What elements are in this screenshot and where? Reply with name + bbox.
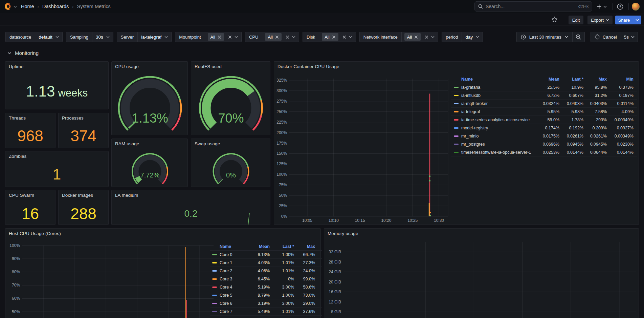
grafana-logo-icon[interactable] <box>4 3 12 10</box>
legend-col-name[interactable]: Name <box>210 244 243 249</box>
export-button[interactable]: Export <box>587 16 613 24</box>
legend-series-name[interactable]: ia-telegraf <box>451 109 534 114</box>
legend-col-max[interactable]: Max <box>583 77 607 82</box>
logo-chevron-icon[interactable] <box>14 6 17 8</box>
search-input[interactable]: Search... ctrl+k <box>474 1 592 12</box>
legend-series-name[interactable]: model-registry <box>451 126 534 130</box>
filter-value-chip[interactable]: All <box>322 33 338 41</box>
search-shortcut: ctrl+k <box>578 4 589 9</box>
share-button[interactable]: Share <box>615 16 633 24</box>
legend-col-max[interactable]: Max <box>294 244 315 249</box>
svg-text:225%: 225% <box>276 120 287 125</box>
filter-value-select[interactable]: 30s <box>92 32 113 42</box>
legend-series-name[interactable]: ia-time-series-analytics-microservice <box>451 118 534 122</box>
legend-series-name[interactable]: Core 6 <box>210 301 243 306</box>
close-icon[interactable] <box>275 35 279 39</box>
series-color-dash <box>454 152 459 153</box>
legend-series-name[interactable]: ia-grafana <box>451 85 534 90</box>
legend-series-name[interactable]: Core 2 <box>210 269 243 273</box>
panel-rootfs-used[interactable]: RootFS used 70% <box>191 61 270 135</box>
svg-text:125%: 125% <box>276 162 287 166</box>
star-icon[interactable] <box>551 16 558 23</box>
filter-value-chip[interactable]: All <box>265 33 281 41</box>
row-monitoring[interactable]: Monitoring <box>7 50 39 56</box>
template-variables-bar: datasourcedefaultSampling30sServeria-tel… <box>5 32 483 42</box>
legend-value: 24.0% <box>294 269 315 273</box>
close-icon[interactable] <box>425 35 428 39</box>
legend-series-name[interactable]: timeseriessoftware-ia-opcua-server-1 <box>451 150 534 155</box>
divider <box>628 3 629 10</box>
time-range-picker[interactable]: Last 30 minutes <box>516 32 585 42</box>
legend-series-name[interactable]: Core 7 <box>210 309 243 314</box>
help-button[interactable]: ? <box>617 0 623 13</box>
panel-docker-images[interactable]: Docker Images 288 <box>58 190 109 225</box>
svg-text:10:05: 10:05 <box>302 218 312 223</box>
panel-uptime[interactable]: Uptime 1.13weeks <box>5 61 109 109</box>
cancel-button[interactable]: Cancel <box>591 32 621 42</box>
legend-value: 0.0253% <box>534 150 559 155</box>
close-icon[interactable] <box>414 35 418 39</box>
panel-host-cpu[interactable]: Host CPU Usage (Cores) 100%90%80%70%60%5… <box>5 228 321 318</box>
filter-value-select[interactable]: default <box>35 32 62 42</box>
legend-series-name[interactable]: ia-mqtt-broker <box>451 101 534 106</box>
panel-la-medium[interactable]: LA medium 0.2 <box>111 190 270 225</box>
avatar[interactable] <box>632 3 640 10</box>
stat-value: 1 <box>5 167 108 182</box>
panel-ram-usage[interactable]: RAM usage 7.72% <box>111 139 188 187</box>
legend-value: 0.0945% <box>559 142 583 147</box>
filter-value-chip[interactable]: All <box>208 33 224 41</box>
legend-value: 5.49% <box>243 309 270 314</box>
close-icon[interactable] <box>342 35 346 39</box>
filter-mountpoint: MountpointAll <box>175 32 242 42</box>
legend-value: 8.79% <box>243 293 270 298</box>
panel-cpu-swarm[interactable]: CPU Swarm 16 <box>5 190 55 225</box>
legend-col-min[interactable]: Min <box>607 77 634 82</box>
filter-multi: All <box>402 32 438 42</box>
close-icon[interactable] <box>218 35 221 39</box>
legend-series-name[interactable]: mr_postgres <box>451 142 534 147</box>
filter-disk: DiskAll <box>303 32 356 42</box>
breadcrumb-home[interactable]: Home <box>21 4 34 9</box>
legend-series-name[interactable]: Core 5 <box>210 293 243 298</box>
sparkline <box>112 190 271 225</box>
legend-series-name[interactable]: mr_minio <box>451 134 534 139</box>
refresh-interval-select[interactable]: 5s <box>621 32 638 42</box>
edit-button[interactable]: Edit <box>569 16 583 24</box>
breadcrumb-dashboards[interactable]: Dashboards <box>42 4 69 9</box>
close-icon[interactable] <box>286 35 289 39</box>
panel-processes[interactable]: Processes 374 <box>58 113 109 148</box>
legend-value: 10.9% <box>559 85 583 90</box>
panel-zombies[interactable]: Zombies 1 <box>5 151 109 187</box>
legend-col-mean[interactable]: Mean <box>243 244 270 249</box>
svg-text:275%: 275% <box>276 99 287 104</box>
zoom-out-button[interactable] <box>572 32 584 42</box>
svg-text:7.72%: 7.72% <box>140 171 160 179</box>
legend-col-last[interactable]: Last * <box>270 244 294 249</box>
close-icon[interactable] <box>332 35 336 39</box>
legend-row: Core 36.45%0%99.0% <box>210 275 322 283</box>
share-menu-button[interactable] <box>633 16 641 24</box>
panel-swap-usage[interactable]: Swap usage 0% <box>191 139 270 187</box>
legend-series-name[interactable]: Core 3 <box>210 277 243 281</box>
legend-value: 29.0% <box>294 301 315 306</box>
close-icon[interactable] <box>228 35 232 39</box>
stat-value: 16 <box>5 206 55 221</box>
legend-series-name[interactable]: Core 4 <box>210 285 243 290</box>
docker-legend-table: NameMeanLast *MaxMinia-grafana25.5%10.9%… <box>451 75 637 156</box>
panel-memory[interactable]: Memory usage 32 GiB28 GiB24 GiB20 GiB16 … <box>324 228 639 318</box>
panel-threads[interactable]: Threads 968 <box>5 113 55 148</box>
filter-value-select[interactable]: ia-telegraf <box>138 32 171 42</box>
legend-series-name[interactable]: ia-influxdb <box>451 93 534 98</box>
chevron-down-icon <box>106 36 110 38</box>
legend-series-name[interactable]: Core 1 <box>210 260 243 265</box>
legend-col-name[interactable]: Name <box>451 77 534 82</box>
add-button[interactable] <box>597 0 607 13</box>
filter-value-chip[interactable]: All <box>404 33 421 41</box>
panel-docker-cpu[interactable]: Docker Container CPU Usage 325%300%275%2… <box>274 61 639 225</box>
legend-col-last[interactable]: Last * <box>559 77 583 82</box>
panel-cpu-usage[interactable]: CPU usage 1.13% <box>111 61 188 135</box>
filter-value-select[interactable]: day <box>462 32 483 42</box>
legend-col-mean[interactable]: Mean <box>534 77 559 82</box>
legend-series-name[interactable]: Core 0 <box>210 252 243 257</box>
svg-text:0%: 0% <box>281 214 287 219</box>
